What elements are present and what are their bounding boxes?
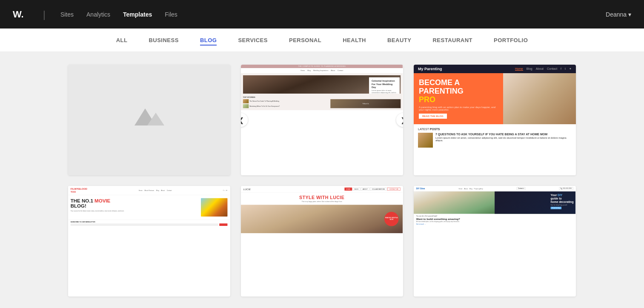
user-menu[interactable]: Deanna ▾ bbox=[606, 11, 631, 18]
movie-hero-subtitle: Your source for the latest movie news, m… bbox=[71, 210, 199, 211]
template-card-empty[interactable] bbox=[68, 65, 230, 175]
nav-analytics[interactable]: Analytics bbox=[86, 9, 110, 20]
lucie-read-btn[interactable]: READ MY LIFESTYLE BLOG bbox=[384, 212, 399, 226]
wedding-nav: HomeBlogWedding InspirationsAboutContact bbox=[241, 68, 403, 73]
wedding-hero-text: Lorem ipsum dolor sit amet, consectetur … bbox=[372, 90, 397, 94]
lucie-nav: HOME BLOG ABOUT COLLABORATIONS CONTACT M… bbox=[344, 188, 400, 191]
parenting-post-item: 7 QUESTIONS TO ASK YOURSELF IF YOU HATE … bbox=[418, 133, 572, 148]
diy-hero-text: Your DIYguide tohome decorating Have fun… bbox=[550, 194, 573, 209]
template-card-lucie[interactable]: LUCIE HOME BLOG ABOUT COLLABORATIONS CON… bbox=[241, 186, 403, 297]
template-card-wedding[interactable]: ❮ ❯ THE COMPLETE GUIDE TO PLANNING A WED… bbox=[241, 65, 403, 175]
parenting-posts: LATEST POSTS 7 QUESTIONS TO ASK YOURSELF… bbox=[414, 124, 576, 151]
parenting-read-btn[interactable]: READ THE BLOG bbox=[419, 114, 447, 119]
movie-header: FILM✕BLOODTOO HomeMovie ReviewsBlogAbout… bbox=[68, 186, 230, 195]
diy-logo: DIY Sites bbox=[416, 188, 425, 190]
diy-contact-btn[interactable]: Contact ▾ bbox=[517, 187, 526, 190]
parenting-hero-title: BECOME APARENTINGPRO bbox=[419, 79, 498, 104]
wedding-banner: THE COMPLETE GUIDE TO PLANNING A WEDDING bbox=[241, 65, 403, 68]
header-divider: | bbox=[43, 9, 46, 20]
wedding-top-stories: TOP STORIES bbox=[243, 96, 401, 98]
nav-templates[interactable]: Templates bbox=[123, 9, 152, 20]
diy-read-btn[interactable]: Read the blog bbox=[550, 207, 561, 209]
diy-hero-image: Your DIYguide tohome decorating Have fun… bbox=[414, 191, 575, 214]
diy-bottom: You can do it. Do it yourself style! Wan… bbox=[414, 214, 575, 226]
diy-phone: 📞 555-555-5555 bbox=[559, 187, 573, 190]
wedding-hero: Celestial Inspiration For Your Wedding D… bbox=[241, 73, 403, 110]
diy-nav: HomeAboutBlogProject gallery bbox=[458, 188, 483, 189]
nav-files[interactable]: Files bbox=[165, 9, 177, 20]
diy-get-in-touch[interactable]: Get in touch → bbox=[416, 223, 573, 225]
category-personal[interactable]: PERSONAL bbox=[289, 35, 321, 46]
movie-logo: FILM✕BLOODTOO bbox=[71, 188, 87, 193]
header-nav: Sites Analytics Templates Files bbox=[60, 9, 593, 20]
category-restaurant[interactable]: RESTAURANT bbox=[432, 35, 472, 46]
movie-nav: HomeMovie ReviewsBlogAboutContact bbox=[139, 190, 172, 191]
template-card-diy[interactable]: DIY Sites HomeAboutBlogProject gallery C… bbox=[414, 186, 576, 297]
category-blog[interactable]: BLOG bbox=[200, 35, 217, 46]
template-card-movie[interactable]: FILM✕BLOODTOO HomeMovie ReviewsBlogAbout… bbox=[68, 186, 230, 297]
templates-grid: ❮ ❯ THE COMPLETE GUIDE TO PLANNING A WED… bbox=[0, 52, 644, 308]
lucie-hero-image: READ MY LIFESTYLE BLOG bbox=[241, 205, 403, 233]
nav-sites[interactable]: Sites bbox=[60, 9, 74, 20]
diy-header: DIY Sites HomeAboutBlogProject gallery C… bbox=[414, 186, 575, 191]
category-nav: ALL BUSINESS BLOG SERVICES PERSONAL HEAL… bbox=[0, 29, 644, 52]
parenting-logo: My Parenting bbox=[418, 67, 442, 71]
header: W. | Sites Analytics Templates Files Dea… bbox=[0, 0, 644, 29]
parenting-hero: BECOME APARENTINGPRO A parenting blog wi… bbox=[414, 73, 576, 124]
lucie-logo: LUCIE bbox=[243, 188, 251, 191]
category-health[interactable]: HEALTH bbox=[343, 35, 366, 46]
category-portfolio[interactable]: PORTFOLIO bbox=[494, 35, 528, 46]
category-services[interactable]: SERVICES bbox=[238, 35, 268, 46]
category-all[interactable]: ALL bbox=[116, 35, 128, 46]
parenting-hero-desc: A parenting blog with an action plan to … bbox=[419, 106, 498, 111]
parenting-posts-title: LATEST POSTS bbox=[418, 128, 572, 131]
parenting-nav: Home Blog About Contact ft✦ bbox=[515, 67, 572, 71]
movie-hero-title: THE NO.1 MOVIEBLOG! bbox=[71, 198, 199, 209]
category-business[interactable]: BUSINESS bbox=[149, 35, 178, 46]
parenting-header: My Parenting Home Blog About Contact ft✦ bbox=[414, 65, 576, 73]
mountain-icon bbox=[132, 104, 166, 136]
logo[interactable]: W. bbox=[13, 9, 24, 20]
template-card-parenting[interactable]: My Parenting Home Blog About Contact ft✦… bbox=[414, 65, 576, 175]
movie-social: ft✦ bbox=[223, 189, 227, 191]
lucie-hero-text: STYLE WITH LUCIE This is my happy place,… bbox=[241, 192, 403, 205]
wedding-hero-title: Celestial Inspiration For Your Wedding D… bbox=[372, 80, 397, 89]
movie-hero-image bbox=[201, 198, 227, 217]
category-beauty[interactable]: BEAUTY bbox=[387, 35, 411, 46]
lucie-header: LUCIE HOME BLOG ABOUT COLLABORATIONS CON… bbox=[241, 186, 403, 192]
movie-subscribe: SUBSCRIBE TO OUR NEWSLETTER bbox=[68, 220, 230, 228]
movie-hero: THE NO.1 MOVIEBLOG! Your source for the … bbox=[68, 195, 230, 220]
